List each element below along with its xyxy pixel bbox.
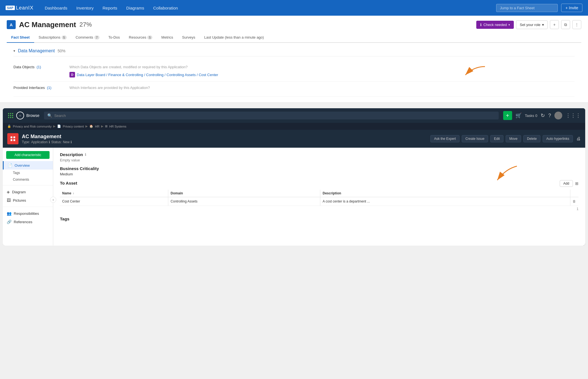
fact-sheet-search[interactable] — [496, 4, 558, 12]
nav-inventory[interactable]: Inventory — [76, 6, 94, 10]
sidebar-item-overview[interactable]: 📄 Overview — [3, 161, 53, 170]
column-description[interactable]: Description — [320, 190, 570, 197]
sidebar-left: Add characteristic ‹ 📄 Overview Tags Com… — [3, 148, 53, 246]
refresh-icon[interactable]: ↻ — [541, 112, 545, 119]
to-asset-title: To Asset — [60, 181, 77, 185]
add-icon-button[interactable]: + — [550, 20, 559, 29]
entity-meta: Type: Application ℹ Status: New ℹ — [22, 140, 427, 144]
sidebar-item-tags[interactable]: Tags — [3, 170, 53, 176]
nav-reports[interactable]: Reports — [102, 6, 117, 10]
svg-rect-2 — [10, 113, 11, 114]
add-characteristic-button[interactable]: Add characteristic — [6, 151, 50, 159]
copy-icon-button[interactable]: ⧉ — [561, 20, 570, 29]
breadcrumb-item-1[interactable]: Privacy and Risk community — [13, 125, 52, 128]
nav-diagrams[interactable]: Diagrams — [126, 6, 144, 10]
browse-label: Browse — [26, 113, 39, 118]
column-name[interactable]: Name ↑ — [60, 190, 168, 197]
invite-button[interactable]: + Invite — [561, 4, 582, 12]
entity-type-icon — [10, 136, 16, 142]
tab-resources[interactable]: Resources5 — [124, 32, 157, 43]
field-row-data-objects: Data Objects (1) Which Data Objects are … — [13, 61, 575, 82]
tasks-button[interactable]: Tasks 0 — [525, 114, 537, 118]
nav-collaboration[interactable]: Collaboration — [153, 6, 178, 10]
tab-todos[interactable]: To-Dos — [104, 32, 124, 43]
cart-icon[interactable]: 🛒 — [515, 112, 522, 119]
create-issue-button[interactable]: Create Issue — [462, 135, 488, 142]
row-delete[interactable]: 🗑 — [570, 197, 578, 206]
delete-button[interactable]: Delete — [523, 135, 540, 142]
sidebar-item-references[interactable]: 🔗 References — [3, 218, 53, 226]
field-row-provided-interfaces: Provided Interfaces (1) Which Interfaces… — [13, 82, 575, 97]
collapse-sidebar-button[interactable]: ‹ — [50, 197, 56, 203]
data-badge: D — [69, 72, 75, 77]
search-input[interactable] — [54, 114, 495, 118]
move-button[interactable]: Move — [506, 135, 521, 142]
delete-row-icon[interactable]: 🗑 — [573, 199, 576, 203]
business-criticality-title: Business Criticality — [60, 166, 578, 171]
leanix-logo: SAP LeanIX — [6, 5, 34, 11]
browse-button[interactable]: ○ Browse — [7, 112, 39, 119]
tab-comments[interactable]: Comments7 — [71, 32, 104, 43]
svg-rect-10 — [11, 136, 12, 138]
breadcrumb-icon-4: ⊞ — [105, 124, 108, 128]
tab-fact-sheet[interactable]: Fact Sheet — [7, 32, 34, 43]
table-count: 1 — [60, 206, 578, 212]
tabs-row: Fact Sheet Subscriptions5 Comments7 To-D… — [7, 32, 581, 43]
ask-expert-button[interactable]: Ask the Expert — [430, 135, 459, 142]
field-label-provided-interfaces: Provided Interfaces (1) — [13, 86, 69, 90]
print-icon[interactable]: 🖨 — [576, 136, 581, 141]
svg-rect-11 — [13, 136, 15, 138]
breadcrumb: 🔒 Privacy and Risk community ▶ 📄 Privacy… — [3, 123, 585, 130]
add-asset-button[interactable]: Add — [560, 180, 573, 187]
sidebar-item-pictures[interactable]: 🖼 Pictures — [3, 196, 53, 204]
tab-last-update[interactable]: Last Update (less than a minute ago) — [200, 32, 268, 43]
entity-type-label: Type: — [22, 140, 30, 144]
check-needed-button[interactable]: ℹ Check needed ▾ — [476, 21, 514, 29]
breadcrumb-item-3[interactable]: HR — [95, 125, 99, 128]
description-info-icon: ℹ — [85, 153, 86, 157]
apps-grid-icon[interactable]: ⋮⋮⋮ — [566, 112, 581, 119]
svg-rect-12 — [11, 139, 12, 141]
sidebar-divider-1 — [3, 185, 53, 185]
more-options-button[interactable]: ⋮ — [572, 20, 581, 29]
nav-dashboards[interactable]: Dashboards — [45, 6, 67, 10]
references-icon: 🔗 — [7, 220, 11, 224]
browse-circle-icon: ○ — [16, 112, 24, 119]
set-role-button[interactable]: Set your role ▾ — [516, 20, 548, 29]
search-bar[interactable]: 🔍 — [44, 112, 499, 119]
page-title: AC Management — [19, 20, 76, 29]
plus-button[interactable]: + — [503, 111, 512, 120]
collapse-button[interactable]: ▾ — [13, 49, 15, 53]
help-icon[interactable]: ? — [548, 113, 551, 119]
svg-rect-13 — [13, 139, 15, 141]
tab-surveys[interactable]: Surveys — [178, 32, 200, 43]
svg-rect-6 — [12, 115, 13, 116]
to-asset-actions: Add ⊞ — [560, 180, 578, 187]
section-content: ▾ Data Management 50% Data Objects (1) W… — [7, 43, 581, 102]
sidebar-item-responsibilities[interactable]: 👥 Responsibilities — [3, 209, 53, 218]
to-asset-section: To Asset Add ⊞ — [60, 180, 578, 212]
tab-metrics[interactable]: Metrics — [157, 32, 178, 43]
page-title-row: A AC Management 27% ℹ Check needed ▾ Set… — [7, 20, 581, 32]
auto-hyperlinks-button[interactable]: Auto hyperlinks — [543, 135, 573, 142]
sidebar-section-overview: 📄 Overview Tags Comments — [3, 161, 53, 183]
entity-icon — [7, 133, 18, 144]
description-title: Description ℹ — [60, 152, 578, 157]
column-domain[interactable]: Domain — [168, 190, 320, 197]
tab-subscriptions[interactable]: Subscriptions5 — [34, 32, 71, 43]
data-object-link[interactable]: D Data Layer Board / Finance & Controlli… — [69, 72, 575, 77]
tags-section: Tags — [60, 216, 578, 221]
breadcrumb-item-4[interactable]: HR Systems — [109, 125, 126, 128]
grid-view-button[interactable]: ⊞ — [575, 181, 578, 186]
svg-rect-3 — [12, 113, 13, 114]
user-avatar[interactable] — [554, 112, 562, 119]
sidebar-references-label: References — [14, 220, 32, 224]
breadcrumb-item-2[interactable]: Privacy content — [63, 125, 84, 128]
section-title: Data Management — [18, 48, 55, 53]
edit-button[interactable]: Edit — [490, 135, 503, 142]
table-row: Cost Center Controlling Assets A cost ce… — [60, 197, 578, 206]
sidebar-item-comments[interactable]: Comments — [3, 176, 53, 183]
tasks-label: Tasks — [525, 114, 534, 118]
sidebar-item-diagram[interactable]: ◈ Diagram — [3, 188, 53, 196]
sidebar-diagram-label: Diagram — [12, 190, 26, 194]
